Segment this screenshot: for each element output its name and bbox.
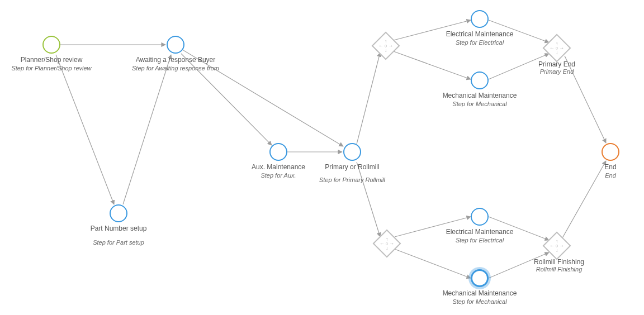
- node-awaiting-response-buyer[interactable]: Awaiting a response Buyer Step for Await…: [131, 36, 220, 73]
- node-subtitle: Step for Aux.: [261, 172, 296, 180]
- node-title: Electrical Maintenance: [446, 30, 514, 38]
- task-icon: [343, 143, 361, 161]
- node-electrical-maintenance-bottom[interactable]: Electrical Maintenance Step for Electric…: [435, 208, 524, 245]
- node-subtitle: Step for Planner/Shop review: [11, 65, 91, 73]
- svg-line-1: [56, 55, 114, 204]
- node-title: Mechanical Maintenance: [443, 289, 517, 297]
- node-end[interactable]: End End: [566, 143, 644, 180]
- node-subtitle: Step for Primary Rollmill: [319, 176, 385, 184]
- parallel-gateway-icon: ↑← ○ →↓: [543, 232, 571, 260]
- node-title: Electrical Maintenance: [446, 228, 514, 236]
- gateway-primary-end-label: Primary End Primary End: [512, 60, 602, 76]
- task-icon: [110, 204, 127, 222]
- node-title: Part Number setup: [91, 225, 147, 232]
- node-title: Planner/Shop review: [21, 56, 83, 64]
- node-mechanical-maintenance-top[interactable]: Mechanical Maintenance Step for Mechanic…: [435, 71, 524, 108]
- gateway-title: Primary End: [512, 60, 602, 68]
- node-subtitle: Step for Part setup: [93, 239, 144, 247]
- node-subtitle: Step for Electrical: [456, 237, 504, 245]
- node-subtitle: Step for Awaiting response from: [132, 65, 219, 73]
- svg-line-6: [357, 52, 380, 144]
- end-event-icon: [602, 143, 619, 161]
- task-icon: [471, 10, 489, 28]
- node-title: End: [604, 163, 616, 171]
- node-title: Mechanical Maintenance: [443, 92, 517, 99]
- node-title: Awaiting a response Buyer: [136, 56, 216, 64]
- node-title: Aux. Maintenance: [252, 163, 305, 171]
- gateway-split-top[interactable]: ↑← ○ →↓: [376, 36, 396, 56]
- node-mechanical-maintenance-bottom[interactable]: Mechanical Maintenance Step for Mechanic…: [435, 269, 524, 306]
- svg-line-2: [123, 55, 171, 204]
- node-subtitle: End: [605, 172, 616, 180]
- task-icon: [269, 143, 287, 161]
- node-title: Primary or Rollmill: [325, 163, 379, 171]
- gateway-split-bottom[interactable]: ↑← ○ →↓: [377, 233, 397, 254]
- task-icon: [471, 208, 489, 226]
- parallel-gateway-icon: ↑← ○ →↓: [373, 230, 401, 258]
- node-part-number-setup[interactable]: Part Number setup Step for Part setup: [74, 204, 163, 247]
- gateway-rollmill-finishing-label: Rollmill Finishing Rollmill Finishing: [514, 258, 604, 274]
- gateway-subtitle: Primary End: [512, 68, 602, 75]
- parallel-gateway-icon: ↑← ○ →↓: [543, 34, 571, 63]
- start-event-icon: [42, 36, 60, 54]
- node-subtitle: Step for Electrical: [456, 39, 504, 47]
- parallel-gateway-icon: ↑← ○ →↓: [372, 32, 400, 60]
- task-icon: [167, 36, 184, 54]
- gateway-primary-end[interactable]: ↑← ○ →↓: [547, 38, 567, 58]
- gateway-rollmill-finishing[interactable]: ↑← ○ →↓: [547, 236, 567, 256]
- node-planner-shop-review[interactable]: Planner/Shop review Step for Planner/Sho…: [7, 36, 96, 73]
- workflow-canvas: Planner/Shop review Step for Planner/Sho…: [0, 0, 644, 315]
- gateway-subtitle: Rollmill Finishing: [514, 266, 604, 273]
- gateway-title: Rollmill Finishing: [514, 258, 604, 266]
- node-primary-or-rollmill[interactable]: Primary or Rollmill Step for Primary Rol…: [307, 143, 397, 184]
- node-subtitle: Step for Mechanical: [452, 101, 506, 108]
- task-icon: [471, 269, 489, 287]
- task-icon: [471, 71, 489, 89]
- node-electrical-maintenance-top[interactable]: Electrical Maintenance Step for Electric…: [435, 10, 524, 47]
- node-subtitle: Step for Mechanical: [452, 298, 506, 306]
